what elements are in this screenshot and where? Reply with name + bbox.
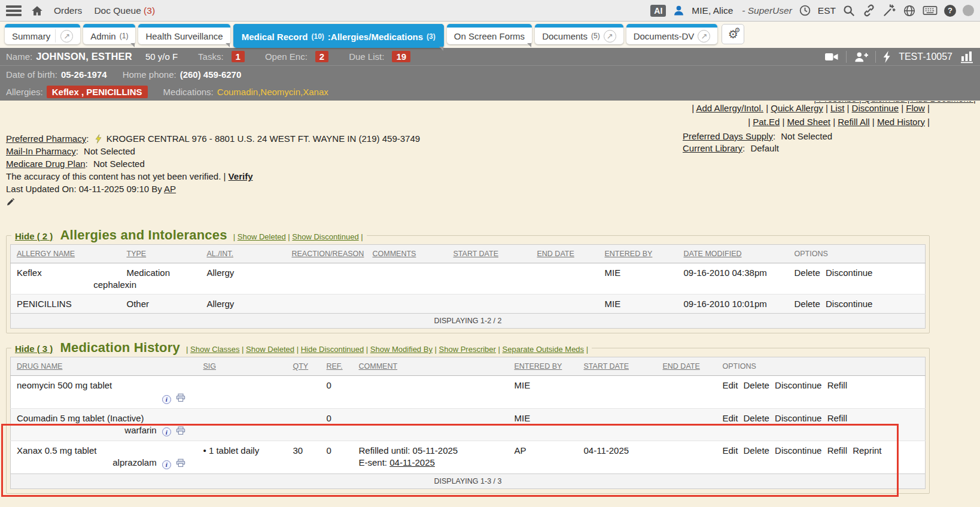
show-discontinued-link[interactable]: Show Discontinued [288, 232, 358, 241]
delete-link[interactable]: Delete [744, 413, 769, 423]
col-end-date[interactable]: END DATE [531, 245, 599, 263]
col-al-int[interactable]: AL./INT. [201, 245, 286, 263]
due-list-count-badge[interactable]: 19 [392, 51, 410, 62]
open-external-icon[interactable]: ↗ [698, 30, 710, 42]
hide-allergies-link[interactable]: Hide ( 2 ) [15, 231, 53, 241]
refill-link[interactable]: Refill [827, 445, 847, 456]
discontinue-link[interactable]: Discontinue [826, 299, 872, 309]
open-external-icon[interactable]: ↗ [604, 30, 616, 42]
col-reaction[interactable]: REACTION/REASON [286, 245, 367, 263]
col-start-date[interactable]: START DATE [578, 357, 657, 376]
col-entered-by[interactable]: ENTERED BY [599, 245, 678, 263]
add-allergy-link[interactable]: Add Allergy/Intol. [692, 103, 763, 113]
drug-info-icon[interactable]: i [162, 395, 171, 404]
discontinue-link[interactable]: Discontinue [775, 445, 821, 456]
drug-info-icon[interactable]: i [162, 460, 171, 469]
med-sheet-link[interactable]: Med Sheet [782, 117, 830, 127]
preferred-days-supply-link[interactable]: Preferred Days Supply [683, 131, 775, 141]
verify-link[interactable]: Verify [229, 171, 253, 181]
col-type[interactable]: TYPE [121, 245, 201, 263]
show-deleted-link[interactable]: Show Deleted [242, 345, 294, 354]
edit-link[interactable]: Edit [723, 445, 738, 456]
print-icon[interactable] [176, 393, 185, 402]
tab-medical-record[interactable]: Medical Record (10):Allergies/Medication… [233, 24, 444, 48]
discontinue-link[interactable]: Discontinue [826, 268, 872, 278]
esent-date-link[interactable]: 04-11-2025 [389, 457, 435, 467]
col-allergy-name[interactable]: ALLERGY NAME [11, 245, 121, 263]
col-qty[interactable]: QTY [287, 357, 321, 376]
video-camera-icon[interactable] [824, 51, 839, 63]
allergies-badge[interactable]: Keflex , PENICILLINS [47, 86, 148, 98]
col-start-date[interactable]: START DATE [448, 245, 531, 263]
delete-link[interactable]: Delete [795, 299, 820, 309]
add-person-icon[interactable] [854, 51, 868, 63]
tab-settings-gear-icon[interactable]: ⚙⚙ [722, 24, 744, 44]
home-icon[interactable] [30, 4, 44, 18]
ai-badge[interactable]: AI [650, 5, 666, 17]
show-modified-by-link[interactable]: Show Modified By [366, 345, 433, 354]
col-entered-by[interactable]: ENTERED BY [509, 357, 578, 376]
magic-wand-icon[interactable] [882, 4, 896, 17]
tab-documents[interactable]: Documents (5) ↗ [535, 24, 623, 44]
allergies-pagination: DISPLAYING 1-2 / 2 [11, 314, 926, 329]
medicare-drug-plan-link[interactable]: Medicare Drug Plan [6, 159, 88, 169]
search-icon[interactable] [842, 4, 856, 17]
edit-link[interactable]: Edit [723, 380, 738, 390]
print-icon[interactable] [176, 426, 185, 435]
show-classes-link[interactable]: Show Classes [186, 345, 239, 354]
lightning-bolt-icon[interactable] [883, 51, 891, 63]
hide-medications-link[interactable]: Hide ( 3 ) [15, 344, 53, 354]
help-icon[interactable]: ? [944, 5, 956, 17]
col-drug-name[interactable]: DRUG NAME [11, 357, 197, 376]
medication-link[interactable]: Coumadin [217, 87, 261, 97]
globe-icon[interactable] [903, 4, 916, 17]
pat-ed-link[interactable]: Pat.Ed [748, 117, 780, 127]
discontinue-link[interactable]: Discontinue [775, 380, 821, 390]
medication-link[interactable]: Xanax [303, 87, 328, 97]
tab-summary[interactable]: Summary ↗ [5, 24, 80, 44]
tasks-count-badge[interactable]: 1 [232, 51, 245, 62]
show-deleted-link[interactable]: Show Deleted [233, 232, 286, 241]
col-sig[interactable]: SIG [197, 357, 287, 376]
open-enc-count-badge[interactable]: 2 [315, 51, 328, 62]
edit-link[interactable]: Edit [723, 413, 738, 423]
separate-outside-meds-link[interactable]: Separate Outside Meds [498, 345, 585, 354]
delete-link[interactable]: Delete [795, 268, 820, 278]
col-comments[interactable]: COMMENTS [367, 245, 448, 263]
show-prescriber-link[interactable]: Show Prescriber [435, 345, 496, 354]
preferred-pharmacy-link[interactable]: Preferred Pharmacy [6, 133, 89, 144]
print-icon[interactable] [176, 459, 185, 467]
tab-documents-dv[interactable]: Documents-DV ↗ [626, 24, 718, 44]
mail-in-pharmacy-link[interactable]: Mail-In Pharmacy [6, 146, 78, 156]
col-ref[interactable]: REF. [321, 357, 353, 376]
col-comment[interactable]: COMMENT [353, 357, 509, 376]
link-icon[interactable] [862, 4, 876, 17]
user-name[interactable]: MIE, Alice [692, 5, 733, 16]
clock-icon[interactable] [799, 4, 811, 17]
current-library-link[interactable]: Current Library [683, 143, 745, 153]
col-date-modified[interactable]: DATE MODIFIED [678, 245, 789, 263]
edit-pencil-icon[interactable] [6, 198, 420, 207]
keyboard-icon[interactable] [923, 4, 938, 17]
tab-health-surveillance[interactable]: Health Surveillance [138, 24, 230, 44]
bar-chart-icon[interactable] [960, 50, 974, 63]
updated-by-link[interactable]: AP [164, 184, 176, 194]
reprint-link[interactable]: Reprint [853, 445, 881, 456]
nav-doc-queue[interactable]: Doc Queue (3) [94, 5, 155, 16]
refill-all-link[interactable]: Refill All [833, 117, 869, 127]
medication-link[interactable]: Neomycin [260, 87, 303, 97]
med-history-link[interactable]: Med History [872, 117, 925, 127]
drug-info-icon[interactable]: i [162, 427, 171, 436]
tab-on-screen-forms[interactable]: On Screen Forms [447, 24, 532, 44]
refill-link[interactable]: Refill [827, 413, 847, 423]
tab-admin[interactable]: Admin (1) [83, 24, 135, 44]
refill-link[interactable]: Refill [827, 380, 847, 390]
delete-link[interactable]: Delete [744, 380, 769, 390]
hamburger-menu-icon[interactable] [6, 5, 22, 16]
nav-orders[interactable]: Orders [54, 5, 82, 16]
open-external-icon[interactable]: ↗ [60, 30, 73, 42]
delete-link[interactable]: Delete [744, 445, 769, 456]
discontinue-link[interactable]: Discontinue [775, 413, 821, 423]
col-end-date[interactable]: END DATE [657, 357, 717, 376]
hide-discontinued-link[interactable]: Hide Discontinued [297, 345, 364, 354]
